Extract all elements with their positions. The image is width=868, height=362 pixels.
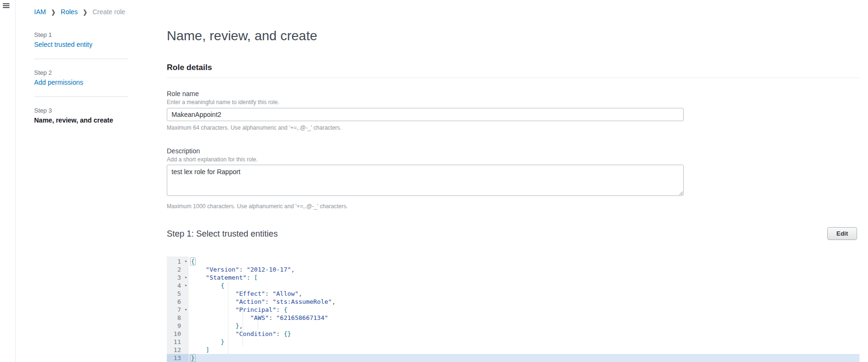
code-segment: } bbox=[235, 322, 239, 329]
code-segment bbox=[191, 330, 235, 337]
divider bbox=[34, 97, 128, 97]
divider bbox=[167, 78, 859, 78]
code-segment: : bbox=[276, 330, 284, 337]
code-segment: "AWS" bbox=[250, 314, 269, 321]
code-segment: , bbox=[239, 322, 243, 329]
code-segment: : bbox=[239, 266, 247, 273]
code-segment bbox=[191, 346, 206, 353]
menu-icon-bar bbox=[3, 7, 9, 8]
code-segment bbox=[191, 306, 235, 313]
editor-line-number: 2 bbox=[167, 265, 189, 274]
code-segment: "Effect" bbox=[235, 290, 265, 297]
fold-caret-icon[interactable]: ▾ bbox=[185, 282, 187, 290]
code-segment: "Allow" bbox=[272, 290, 298, 297]
chevron-right-icon: ❯ bbox=[51, 9, 55, 16]
code-segment bbox=[191, 266, 206, 273]
editor-gutter: 1▾23▾4▾567▾8910111213 bbox=[167, 256, 189, 362]
role-name-label: Role name bbox=[167, 90, 199, 97]
code-segment bbox=[191, 274, 206, 281]
code-segment: "Action" bbox=[235, 298, 265, 305]
description-constraint: Maximum 1000 characters. Use alphanumeri… bbox=[167, 203, 348, 210]
code-segment: : bbox=[265, 290, 273, 297]
editor-code-line[interactable]: "Condition": {} bbox=[189, 330, 859, 338]
code-segment: } bbox=[190, 354, 196, 362]
editor-line-number: 11 bbox=[167, 338, 189, 346]
editor-line-number: 13 bbox=[167, 354, 189, 362]
editor-code-line[interactable]: "AWS": "621658667134" bbox=[189, 314, 859, 322]
code-segment: } bbox=[221, 338, 225, 345]
step-3-current-name-review-create: Name, review, and create bbox=[34, 116, 129, 124]
trust-policy-code-editor[interactable]: 1▾23▾4▾567▾8910111213 { "Version": "2012… bbox=[167, 256, 859, 362]
code-segment: , bbox=[332, 298, 335, 305]
editor-line-number: 9 bbox=[167, 322, 189, 330]
code-segment: ] bbox=[206, 346, 209, 353]
editor-line-number: 3▾ bbox=[167, 274, 189, 282]
code-segment: "2012-10-17" bbox=[246, 266, 291, 273]
step-2-label: Step 2 bbox=[34, 69, 129, 76]
editor-code-line[interactable]: } bbox=[189, 338, 859, 346]
code-segment: : bbox=[269, 314, 276, 321]
code-segment: "Version" bbox=[206, 266, 239, 273]
editor-code-line[interactable]: ] bbox=[189, 346, 859, 354]
code-segment: "sts:AssumeRole" bbox=[272, 298, 332, 305]
code-segment bbox=[191, 338, 221, 345]
editor-code-line[interactable]: "Statement": [ bbox=[189, 274, 859, 282]
editor-code-line[interactable]: } bbox=[189, 354, 859, 362]
role-name-input[interactable] bbox=[167, 108, 684, 121]
editor-code-line[interactable]: "Principal": { bbox=[189, 306, 859, 314]
editor-code-line[interactable]: }, bbox=[189, 322, 859, 330]
editor-line-number: 12 bbox=[167, 346, 189, 354]
menu-icon[interactable] bbox=[3, 3, 10, 10]
editor-line-number: 1▾ bbox=[167, 257, 189, 265]
step-2-link-add-permissions[interactable]: Add permissions bbox=[34, 79, 129, 86]
code-segment: "621658667134" bbox=[276, 314, 328, 321]
editor-line-number: 5 bbox=[167, 290, 189, 298]
editor-code-line[interactable]: "Action": "sts:AssumeRole", bbox=[189, 298, 859, 306]
breadcrumb-link-roles[interactable]: Roles bbox=[61, 8, 78, 16]
edit-button[interactable]: Edit bbox=[827, 227, 857, 240]
code-segment: { bbox=[221, 282, 225, 289]
fold-caret-icon[interactable]: ▾ bbox=[185, 306, 187, 314]
code-segment bbox=[191, 314, 250, 321]
description-textarea[interactable]: test lex role for Rapport bbox=[167, 165, 684, 196]
code-segment: [ bbox=[254, 274, 258, 281]
code-segment bbox=[191, 290, 235, 297]
code-segment: , bbox=[298, 290, 302, 297]
sidebar-divider-line bbox=[15, 0, 16, 362]
role-name-hint: Enter a meaningful name to identify this… bbox=[167, 99, 279, 106]
code-segment: {} bbox=[284, 330, 291, 337]
code-segment: "Statement" bbox=[206, 274, 246, 281]
breadcrumb: IAM ❯ Roles ❯ Create role bbox=[34, 8, 125, 16]
code-segment bbox=[191, 298, 235, 305]
breadcrumb-link-iam[interactable]: IAM bbox=[34, 8, 46, 16]
fold-caret-icon[interactable]: ▾ bbox=[185, 257, 187, 265]
editor-code-line[interactable]: { bbox=[189, 282, 859, 290]
fold-caret-icon[interactable]: ▾ bbox=[185, 274, 187, 282]
editor-code-line[interactable]: { bbox=[189, 257, 859, 265]
trusted-entities-section-heading: Step 1: Select trusted entities bbox=[167, 229, 278, 239]
editor-line-number: 10 bbox=[167, 330, 189, 338]
divider bbox=[34, 59, 128, 59]
step-1-link-select-trusted-entity[interactable]: Select trusted entity bbox=[34, 41, 129, 48]
code-segment bbox=[191, 322, 235, 329]
editor-code[interactable]: { "Version": "2012-10-17", "Statement": … bbox=[189, 256, 859, 362]
editor-code-line[interactable]: "Effect": "Allow", bbox=[189, 290, 859, 298]
breadcrumb-current-create-role: Create role bbox=[92, 8, 125, 16]
step-1-label: Step 1 bbox=[34, 31, 129, 38]
code-segment bbox=[191, 282, 221, 289]
code-segment: : bbox=[276, 306, 284, 313]
code-segment: , bbox=[291, 266, 295, 273]
editor-code-line[interactable]: "Version": "2012-10-17", bbox=[189, 265, 859, 274]
step-navigation: Step 1 Select trusted entity Step 2 Add … bbox=[34, 31, 129, 124]
editor-line-number: 8 bbox=[167, 314, 189, 322]
code-segment: : bbox=[265, 298, 273, 305]
code-segment: { bbox=[284, 306, 288, 313]
code-segment: "Principal" bbox=[235, 306, 276, 313]
step-3-label: Step 3 bbox=[34, 107, 129, 114]
chevron-right-icon: ❯ bbox=[83, 9, 87, 16]
role-details-heading: Role details bbox=[167, 63, 212, 72]
page-title: Name, review, and create bbox=[167, 28, 317, 44]
menu-icon-bar bbox=[3, 3, 9, 4]
code-segment: { bbox=[190, 257, 196, 265]
description-label: Description bbox=[167, 147, 200, 155]
